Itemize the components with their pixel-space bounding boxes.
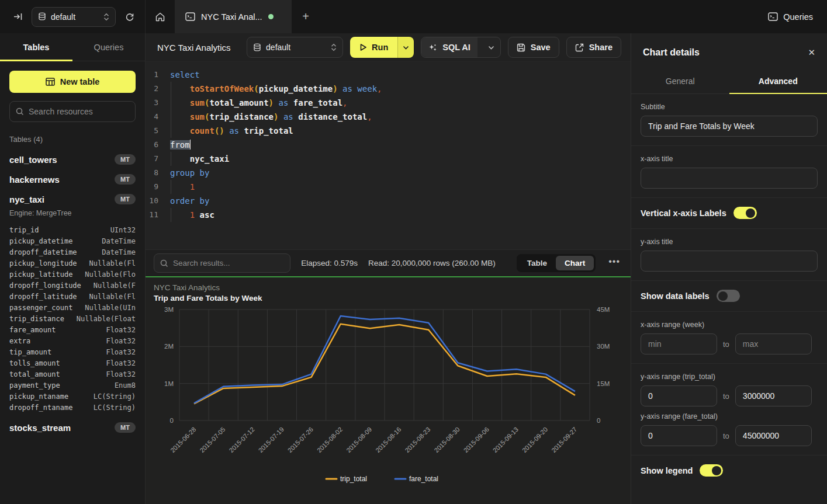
refresh-icon[interactable] <box>122 9 138 25</box>
vertical-x-axis-labels-label: Vertical x-axis Labels <box>641 208 726 218</box>
y-range-fare-min-input[interactable] <box>641 425 717 446</box>
editor-line: 11 1 asc <box>146 208 631 222</box>
show-data-labels-toggle[interactable] <box>717 290 740 302</box>
sql-ai-button-group: SQL AI <box>421 37 501 58</box>
y-range-fare-max-input[interactable] <box>735 425 812 446</box>
column-row: trip_idUInt32 <box>0 224 145 235</box>
engine-badge: MT <box>115 174 136 185</box>
show-legend-toggle[interactable] <box>700 464 723 477</box>
query-toolbar: NYC Taxi Analytics default Run <box>146 33 631 62</box>
toolbar-database-value: default <box>266 43 326 52</box>
engine-badge: MT <box>115 422 136 433</box>
text-cursor <box>190 140 191 150</box>
table-row-hackernews[interactable]: hackernews MT <box>0 169 145 189</box>
line-number: 11 <box>146 208 170 222</box>
x-axis-label: 2015-09-20 <box>521 426 549 454</box>
nyc-taxi-columns: trip_idUInt32pickup_datetimeDateTimedrop… <box>0 223 145 418</box>
column-row: dropoff_datetimeDateTime <box>0 246 145 258</box>
editor-line: 1select <box>146 68 631 82</box>
main-area: NYC Taxi Analytics default Run <box>146 33 631 504</box>
column-row: fare_amountFloat32 <box>0 324 145 335</box>
sql-editor[interactable]: 1select2 toStartOfWeek(pickup_datetime) … <box>146 62 631 249</box>
vertical-x-axis-labels-toggle[interactable] <box>733 207 757 219</box>
search-results-input[interactable] <box>173 259 284 267</box>
x-axis-label: 2015-08-02 <box>316 426 344 454</box>
legend-item-fare_total[interactable]: fare_total <box>395 475 438 483</box>
engine-badge: MT <box>115 154 136 165</box>
tab-nyc-taxi-analytics[interactable]: NYC Taxi Anal... <box>175 0 292 33</box>
view-toggle: Table Chart <box>517 254 596 272</box>
view-toggle-table[interactable]: Table <box>518 256 556 270</box>
column-row: tip_amountFloat32 <box>0 346 145 357</box>
elapsed-stat: Elapsed: 0.579s <box>301 259 358 267</box>
panel-tab-general[interactable]: General <box>631 69 729 93</box>
x-axis-title-input[interactable] <box>641 168 818 189</box>
line-number: 9 <box>146 180 170 194</box>
new-tab-button[interactable]: + <box>292 0 320 33</box>
sidebar-tab-tables[interactable]: Tables <box>0 33 72 61</box>
y-range-trip-max-input[interactable] <box>735 385 812 406</box>
x-range-max-input[interactable] <box>735 333 812 354</box>
toolbar-database-selector[interactable]: default <box>247 37 343 58</box>
tables-section-label: Tables (4) <box>0 133 145 150</box>
editor-line: 8group by <box>146 166 631 180</box>
subtitle-input[interactable] <box>641 116 818 137</box>
x-range-min-input[interactable] <box>641 333 717 354</box>
search-resources-input[interactable] <box>29 107 129 116</box>
line-number: 8 <box>146 166 170 180</box>
share-button[interactable]: Share <box>566 37 621 58</box>
x-axis-label: 2015-08-30 <box>432 426 461 454</box>
new-table-button[interactable]: New table <box>9 71 136 93</box>
panel-tabs: General Advanced <box>631 69 827 94</box>
show-data-labels-label: Show data labels <box>641 291 710 301</box>
editor-line: 9 1 <box>146 180 631 194</box>
column-row: passenger_countNullable(UIn <box>0 302 145 313</box>
collapse-sidebar-icon[interactable] <box>9 9 26 25</box>
legend-item-trip_total[interactable]: trip_total <box>326 475 367 483</box>
database-selector[interactable]: default <box>32 7 116 27</box>
x-axis-label: 2015-07-26 <box>286 426 314 454</box>
line-number: 1 <box>146 68 170 82</box>
chart-area: NYC Taxi Analytics Trip and Fare Totals … <box>146 277 631 504</box>
table-row-cell-towers[interactable]: cell_towers MT <box>0 150 145 169</box>
y-range-trip-total-label: y-axis range (trip_total) <box>641 373 818 381</box>
table-row-nyc-taxi[interactable]: nyc_taxi MT <box>0 189 145 209</box>
sql-ai-caret[interactable] <box>483 37 500 57</box>
x-axis-title-label: x-axis title <box>641 155 818 163</box>
line-number: 3 <box>146 96 170 110</box>
home-button[interactable] <box>146 0 175 33</box>
panel-tab-advanced[interactable]: Advanced <box>729 69 827 93</box>
queries-button[interactable]: Queries <box>768 12 813 22</box>
left-axis-tick: 3M <box>164 306 174 313</box>
close-icon[interactable]: ✕ <box>808 47 815 58</box>
queries-button-label: Queries <box>783 12 813 22</box>
updown-chevron-icon <box>331 43 337 51</box>
sidebar-tab-queries[interactable]: Queries <box>72 33 145 61</box>
left-axis-tick: 2M <box>164 343 174 350</box>
table-row-stocks-stream[interactable]: stocks_stream MT <box>0 418 145 437</box>
read-stat: Read: 20,000,000 rows (260.00 MB) <box>368 259 496 267</box>
editor-line: 3 sum(total_amount) as fare_total, <box>146 96 631 110</box>
save-button[interactable]: Save <box>508 37 559 58</box>
sql-ai-button[interactable]: SQL AI <box>421 37 477 57</box>
chart-details-panel: Chart details ✕ General Advanced Subtitl… <box>631 33 827 504</box>
column-row: total_amountFloat32 <box>0 369 145 380</box>
run-options-caret[interactable] <box>397 37 414 58</box>
y-range-fare-total-label: y-axis range (fare_total) <box>641 412 818 420</box>
y-axis-title-input[interactable] <box>641 251 818 272</box>
line-number: 5 <box>146 124 170 138</box>
chart-title: NYC Taxi Analytics <box>154 283 622 292</box>
topbar-right: Queries <box>754 0 827 33</box>
x-axis-label: 2015-07-05 <box>198 426 226 454</box>
left-axis-tick: 1M <box>164 380 174 387</box>
x-axis-label: 2015-06-28 <box>169 426 197 454</box>
chart-subtitle: Trip and Fare Totals by Week <box>154 294 622 303</box>
legend-label: fare_total <box>409 475 438 483</box>
more-options-button[interactable]: ••• <box>606 256 622 270</box>
run-button[interactable]: Run <box>350 37 397 58</box>
view-toggle-chart[interactable]: Chart <box>556 256 594 270</box>
x-axis-label: 2015-08-23 <box>403 426 431 454</box>
search-icon <box>16 107 24 116</box>
show-legend-label: Show legend <box>641 466 693 475</box>
y-range-trip-min-input[interactable] <box>641 385 717 406</box>
